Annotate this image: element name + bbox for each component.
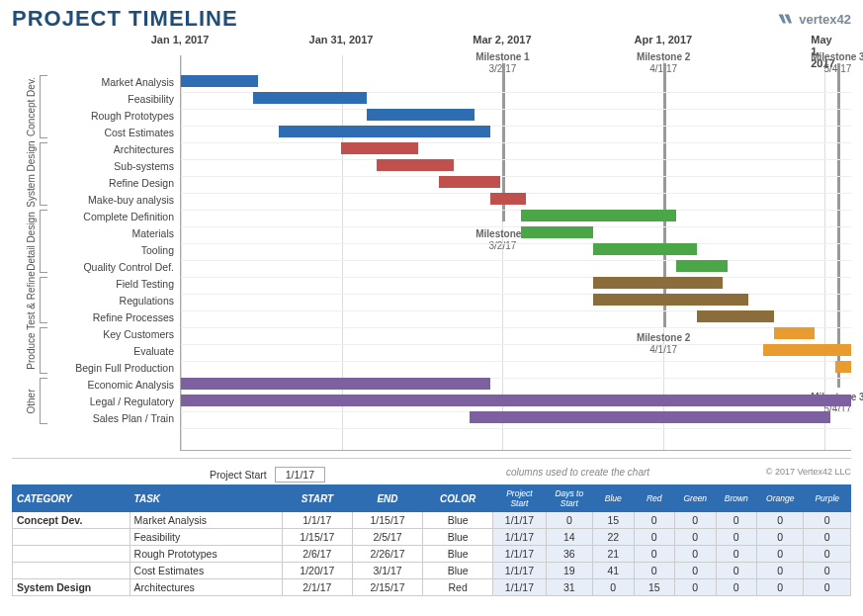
cell-color: Blue xyxy=(423,546,493,563)
cell-purple: 0 xyxy=(804,563,851,579)
task-label: Legal / Regulatory xyxy=(51,393,180,409)
cell-blue: 21 xyxy=(593,546,635,563)
task-label: Evaluate xyxy=(51,342,180,359)
gantt-bar xyxy=(181,75,258,87)
cell-green: 0 xyxy=(675,546,717,563)
gantt-bar xyxy=(377,159,454,171)
table-row[interactable]: System DesignArchitectures2/1/172/15/17R… xyxy=(13,579,851,596)
columns-note: columns used to create the chart xyxy=(506,467,649,478)
cell-green: 0 xyxy=(675,529,717,546)
task-label: Field Testing xyxy=(51,275,180,292)
cell-brown: 0 xyxy=(716,529,757,546)
category-axis: Concept Dev. System Design Detail Design… xyxy=(12,55,51,451)
logo-icon xyxy=(777,10,795,28)
gantt-bar xyxy=(593,294,747,306)
table-row[interactable]: Rough Prototypes2/6/172/26/17Blue1/1/173… xyxy=(13,546,851,563)
gantt-bar xyxy=(490,193,527,205)
cell-end: 3/1/17 xyxy=(352,563,422,579)
th-hint: Blue xyxy=(593,485,635,512)
cell-category xyxy=(13,546,130,563)
table-row[interactable]: Cost Estimates1/20/173/1/17Blue1/1/17194… xyxy=(13,563,851,579)
milestone-label: Milestone 35/4/17 xyxy=(798,51,863,75)
gantt-bar xyxy=(253,92,367,104)
task-label: Make-buy analysis xyxy=(51,191,180,208)
gantt-bar xyxy=(367,109,475,121)
cell-end: 2/5/17 xyxy=(352,529,422,546)
task-label: Cost Estimates xyxy=(51,124,180,140)
page-title: PROJECT TIMELINE xyxy=(12,6,238,32)
cell-orange: 0 xyxy=(757,563,804,579)
task-label: Sales Plan / Train xyxy=(51,409,180,426)
task-label: Complete Definition xyxy=(51,208,180,224)
task-label: Tooling xyxy=(51,241,180,258)
cell-task: Architectures xyxy=(129,579,282,596)
task-label: Economic Analysis xyxy=(51,376,180,393)
gantt-bar xyxy=(341,142,418,154)
cell-task: Feasibility xyxy=(129,529,282,546)
x-tick: Apr 1, 2017 xyxy=(635,34,693,45)
cell-ps: 1/1/17 xyxy=(493,546,546,563)
cell-ps: 1/1/17 xyxy=(493,512,546,529)
cell-blue: 0 xyxy=(593,579,635,596)
cell-purple: 0 xyxy=(804,579,851,596)
task-label: Refine Processes xyxy=(51,308,180,325)
th-hint: Green xyxy=(675,485,717,512)
cell-end: 2/15/17 xyxy=(352,579,422,596)
table-row[interactable]: Feasibility1/15/172/5/17Blue1/1/17142200… xyxy=(13,529,851,546)
cell-task: Rough Prototypes xyxy=(129,546,282,563)
cell-green: 0 xyxy=(675,512,717,529)
cell-category xyxy=(13,563,130,579)
th-hint: Red xyxy=(634,485,675,512)
gantt-bar xyxy=(763,344,851,356)
cell-start: 1/15/17 xyxy=(282,529,352,546)
gantt-bar xyxy=(593,243,696,255)
cell-brown: 0 xyxy=(716,579,757,596)
gantt-bar xyxy=(676,260,728,272)
cell-end: 2/26/17 xyxy=(352,546,422,563)
cell-blue: 41 xyxy=(593,563,635,579)
cell-start: 2/6/17 xyxy=(282,546,352,563)
cell-purple: 0 xyxy=(804,512,851,529)
gantt-bar xyxy=(697,310,774,322)
cell-red: 0 xyxy=(634,546,675,563)
th-hint: Orange xyxy=(757,485,804,512)
cell-green: 0 xyxy=(675,563,717,579)
th-hint: Project Start xyxy=(493,485,546,512)
cell-color: Blue xyxy=(423,529,493,546)
gantt-bar xyxy=(181,395,851,406)
task-label: Key Customers xyxy=(51,325,180,342)
gantt-bar xyxy=(181,378,490,390)
x-tick: Jan 1, 2017 xyxy=(151,34,210,45)
cell-ps: 1/1/17 xyxy=(493,529,546,546)
cell-red: 0 xyxy=(634,512,675,529)
gantt-bar xyxy=(279,126,490,137)
cell-blue: 15 xyxy=(593,512,635,529)
cell-orange: 0 xyxy=(757,579,804,596)
project-start-value[interactable]: 1/1/17 xyxy=(275,467,325,483)
cell-purple: 0 xyxy=(804,546,851,563)
cell-orange: 0 xyxy=(757,546,804,563)
cell-orange: 0 xyxy=(757,512,804,529)
cell-ps: 1/1/17 xyxy=(493,563,546,579)
cell-purple: 0 xyxy=(804,529,851,546)
task-label: Begin Full Production xyxy=(51,359,180,376)
x-tick: Mar 2, 2017 xyxy=(473,34,531,45)
cell-brown: 0 xyxy=(716,563,757,579)
cell-task: Cost Estimates xyxy=(129,563,282,579)
cell-red: 0 xyxy=(634,529,675,546)
cell-ps: 1/1/17 xyxy=(493,579,546,596)
cell-start: 1/1/17 xyxy=(282,512,352,529)
cell-red: 15 xyxy=(634,579,675,596)
cell-end: 1/15/17 xyxy=(352,512,422,529)
gantt-bar xyxy=(470,411,830,423)
data-table: CATEGORY TASK START END COLOR Project St… xyxy=(12,484,851,596)
cell-brown: 0 xyxy=(716,512,757,529)
gantt-bar xyxy=(521,226,593,238)
gantt-bar xyxy=(439,176,501,188)
table-row[interactable]: Concept Dev.Market Analysis1/1/171/15/17… xyxy=(13,512,851,529)
task-labels: Market Analysis Feasibility Rough Protot… xyxy=(51,55,180,451)
th-color: COLOR xyxy=(423,485,493,512)
cell-start: 1/20/17 xyxy=(282,563,352,579)
gantt-bar xyxy=(774,327,816,339)
th-start: START xyxy=(282,485,352,512)
